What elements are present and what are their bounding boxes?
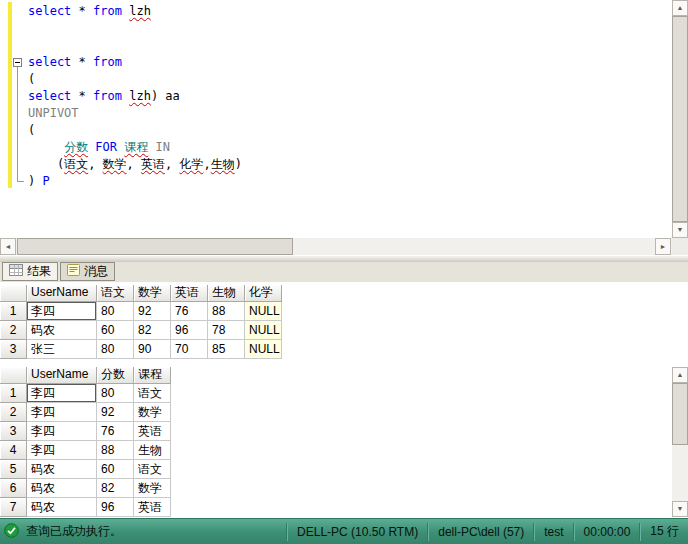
row-header[interactable]: 2 <box>0 321 27 340</box>
grid-cell[interactable]: 76 <box>97 422 134 441</box>
grid-cell[interactable]: 码农 <box>27 460 97 479</box>
grid-cell[interactable]: 76 <box>171 302 208 321</box>
grid-cell[interactable]: 李四 <box>27 302 97 321</box>
code-line[interactable]: ( <box>28 122 656 139</box>
grid-cell[interactable]: 李四 <box>27 403 97 422</box>
row-header[interactable]: 4 <box>0 441 27 460</box>
scroll-down-icon[interactable]: ▼ <box>672 501 688 517</box>
tab-messages[interactable]: 消息 <box>60 262 115 281</box>
grid-cell[interactable]: 92 <box>97 403 134 422</box>
column-header[interactable]: 语文 <box>97 285 134 302</box>
grid-cell[interactable]: 李四 <box>27 384 97 403</box>
grid-cell[interactable]: 82 <box>97 479 134 498</box>
editor-horizontal-scrollbar[interactable]: ◄ ► <box>0 238 672 255</box>
grid-row: 3张三80907085NULL <box>0 340 282 359</box>
column-header[interactable]: UserName <box>27 367 97 384</box>
code-line[interactable]: 分数 FOR 课程 IN <box>28 139 656 156</box>
grid-cell[interactable]: 数学 <box>134 403 171 422</box>
column-header[interactable]: 化学 <box>245 285 282 302</box>
code-line[interactable]: ( <box>28 71 656 88</box>
code-line[interactable]: select * from lzh) aa <box>28 88 656 105</box>
grid-cell[interactable]: 英语 <box>134 498 171 517</box>
row-header[interactable]: 6 <box>0 479 27 498</box>
row-header[interactable]: 7 <box>0 498 27 517</box>
grid-cell[interactable]: 数学 <box>134 479 171 498</box>
code-lines[interactable]: select * from lzhselect * from(select * … <box>28 3 656 190</box>
grid-corner-header[interactable] <box>0 367 27 384</box>
row-header[interactable]: 3 <box>0 422 27 441</box>
grid-cell[interactable]: 码农 <box>27 479 97 498</box>
scrollbar-corner <box>672 238 688 255</box>
grid2-vscroll-thumb[interactable] <box>672 383 688 445</box>
editor-vscroll-thumb[interactable] <box>672 16 688 222</box>
scroll-right-icon[interactable]: ► <box>655 238 671 255</box>
pane-splitter[interactable] <box>0 255 688 262</box>
column-header[interactable]: 数学 <box>134 285 171 302</box>
grid-cell[interactable]: 码农 <box>27 321 97 340</box>
code-line[interactable] <box>28 20 656 37</box>
code-token: ) aa <box>151 89 180 103</box>
editor-hscroll-thumb[interactable] <box>17 238 293 255</box>
grid-cell[interactable]: 80 <box>97 340 134 359</box>
column-header[interactable]: 英语 <box>171 285 208 302</box>
grid-cell[interactable]: 李四 <box>27 422 97 441</box>
grid-cell[interactable]: 82 <box>134 321 171 340</box>
row-header[interactable]: 5 <box>0 460 27 479</box>
grid-cell[interactable]: 92 <box>134 302 171 321</box>
grid-cell[interactable]: 85 <box>208 340 245 359</box>
grid-cell[interactable]: 码农 <box>27 498 97 517</box>
grid-cell[interactable]: 80 <box>97 384 134 403</box>
grid-cell[interactable]: 90 <box>134 340 171 359</box>
column-header[interactable]: UserName <box>27 285 97 302</box>
grid-cell[interactable]: 96 <box>171 321 208 340</box>
grid-cell[interactable]: 生物 <box>134 441 171 460</box>
code-line[interactable]: (语文, 数学, 英语, 化学,生物) <box>28 156 656 173</box>
status-database: test <box>535 525 572 539</box>
grid-cell[interactable]: 70 <box>171 340 208 359</box>
status-message: 查询已成功执行。 <box>24 523 124 540</box>
row-header[interactable]: 1 <box>0 384 27 403</box>
grid-cell[interactable]: NULL <box>245 321 282 340</box>
grid2-vertical-scrollbar[interactable]: ▲ ▼ <box>672 367 688 517</box>
results-tabstrip: 结果 消息 <box>0 262 688 282</box>
collapse-region-icon[interactable] <box>13 58 22 67</box>
grid-cell[interactable]: 英语 <box>134 422 171 441</box>
code-line[interactable]: ) P <box>28 173 656 190</box>
grid-cell[interactable]: 78 <box>208 321 245 340</box>
code-line[interactable] <box>28 37 656 54</box>
code-token: * <box>71 55 93 69</box>
scroll-left-icon[interactable]: ◄ <box>0 238 16 255</box>
sql-editor[interactable]: select * from lzhselect * from(select * … <box>0 0 672 238</box>
grid-cell[interactable]: 60 <box>97 460 134 479</box>
grid-corner-header[interactable] <box>0 285 27 302</box>
code-token: ( <box>28 72 35 86</box>
code-token: select <box>28 89 71 103</box>
column-header[interactable]: 分数 <box>97 367 134 384</box>
grid-cell[interactable]: 96 <box>97 498 134 517</box>
grid-cell[interactable]: 88 <box>208 302 245 321</box>
editor-vertical-scrollbar[interactable]: ▲ ▼ <box>672 0 688 238</box>
grid-cell[interactable]: 张三 <box>27 340 97 359</box>
grid-cell[interactable]: 80 <box>97 302 134 321</box>
row-header[interactable]: 2 <box>0 403 27 422</box>
grid-cell[interactable]: NULL <box>245 302 282 321</box>
scroll-down-icon[interactable]: ▼ <box>672 222 688 238</box>
scroll-up-icon[interactable]: ▲ <box>672 0 688 16</box>
column-header[interactable]: 生物 <box>208 285 245 302</box>
code-token: from <box>93 89 122 103</box>
grid-cell[interactable]: 语文 <box>134 384 171 403</box>
code-token: from <box>93 55 122 69</box>
column-header[interactable]: 课程 <box>134 367 171 384</box>
grid-cell[interactable]: 88 <box>97 441 134 460</box>
grid-cell[interactable]: NULL <box>245 340 282 359</box>
row-header[interactable]: 3 <box>0 340 27 359</box>
code-line[interactable]: UNPIVOT <box>28 105 656 122</box>
scroll-up-icon[interactable]: ▲ <box>672 367 688 383</box>
tab-results[interactable]: 结果 <box>2 262 58 281</box>
grid-cell[interactable]: 60 <box>97 321 134 340</box>
code-line[interactable]: select * from lzh <box>28 3 656 20</box>
grid-cell[interactable]: 李四 <box>27 441 97 460</box>
grid-cell[interactable]: 语文 <box>134 460 171 479</box>
row-header[interactable]: 1 <box>0 302 27 321</box>
code-line[interactable]: select * from <box>28 54 656 71</box>
